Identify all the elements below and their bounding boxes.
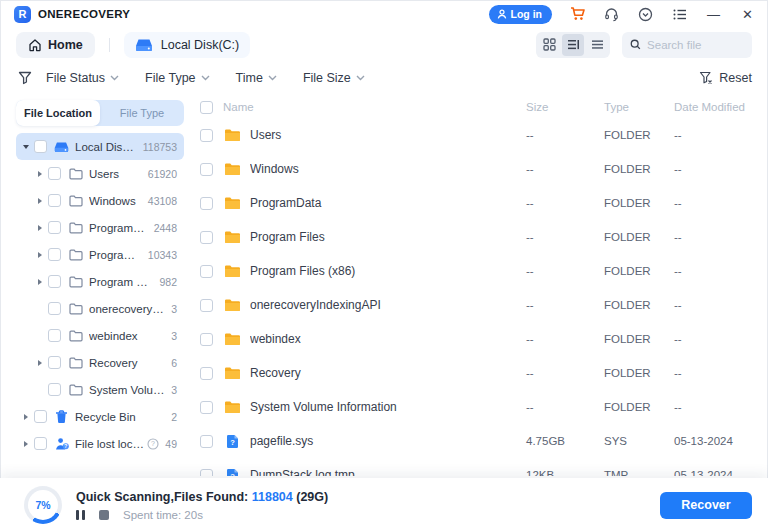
expand-arrow-icon[interactable] — [24, 441, 28, 447]
chevron-down-icon — [201, 75, 210, 81]
tree-item[interactable]: onerecoveryInd... 3 — [16, 295, 184, 322]
table-row[interactable]: Recovery -- FOLDER -- — [200, 356, 752, 390]
row-checkbox[interactable] — [200, 163, 213, 176]
tree-item[interactable]: Local Disk(C:) 118753 — [16, 133, 184, 160]
row-checkbox[interactable] — [200, 401, 213, 414]
tree-item-checkbox[interactable] — [48, 302, 61, 315]
file-type-icon — [223, 195, 241, 211]
expand-arrow-icon[interactable] — [23, 145, 29, 149]
grid-view-button[interactable] — [538, 34, 560, 56]
help-icon[interactable]: ? — [147, 438, 159, 450]
file-location-tree: Local Disk(C:) 118753 Users 61920 Window… — [16, 133, 184, 457]
file-type: SYS — [604, 435, 674, 447]
sidebar-tab-file-location[interactable]: File Location — [16, 100, 100, 126]
search-input[interactable] — [647, 39, 744, 51]
table-row[interactable]: webindex -- FOLDER -- — [200, 322, 752, 356]
column-size[interactable]: Size — [526, 101, 604, 113]
home-button[interactable]: Home — [16, 32, 95, 58]
tree-item[interactable]: Recycle Bin 2 — [16, 403, 184, 430]
file-size: -- — [526, 197, 604, 209]
row-checkbox[interactable] — [200, 197, 213, 210]
filter-dropdown-file-status[interactable]: File Status — [46, 71, 119, 85]
badge-check-icon[interactable] — [637, 6, 654, 23]
row-checkbox[interactable] — [200, 367, 213, 380]
recover-button[interactable]: Recover — [660, 492, 752, 519]
tree-item-label: File lost location — [75, 438, 144, 450]
filter-dropdown-time[interactable]: Time — [236, 71, 277, 85]
cart-icon[interactable] — [569, 6, 586, 23]
table-row[interactable]: Windows -- FOLDER -- — [200, 152, 752, 186]
expand-arrow-icon[interactable] — [38, 252, 42, 258]
tree-item[interactable]: Program Files 10343 — [16, 241, 184, 268]
support-headset-icon[interactable] — [603, 6, 620, 23]
table-row[interactable]: System Volume Information -- FOLDER -- — [200, 390, 752, 424]
tree-item-checkbox[interactable] — [48, 248, 61, 261]
login-button[interactable]: Log in — [489, 5, 553, 24]
file-type: FOLDER — [604, 299, 674, 311]
minimize-icon[interactable]: — — [705, 6, 722, 23]
filter-dropdown-file-size[interactable]: File Size — [303, 71, 365, 85]
column-name[interactable]: Name — [223, 101, 526, 113]
table-row[interactable]: Program Files (x86) -- FOLDER -- — [200, 254, 752, 288]
file-name: Program Files — [250, 230, 526, 244]
tree-item-checkbox[interactable] — [48, 167, 61, 180]
expand-arrow-icon[interactable] — [38, 279, 42, 285]
tree-item-label: Windows — [89, 195, 142, 207]
sidebar-tabs: File LocationFile Type — [16, 100, 184, 126]
tree-item-checkbox[interactable] — [48, 329, 61, 342]
tree-item-count: 61920 — [148, 168, 177, 180]
tree-item[interactable]: System Volume... 3 — [16, 376, 184, 403]
filter-dropdown-file-type[interactable]: File Type — [145, 71, 210, 85]
detail-list-view-button[interactable] — [562, 34, 584, 56]
drive-tab[interactable]: Local Disk(C:) — [124, 32, 251, 58]
tree-item-checkbox[interactable] — [34, 437, 47, 450]
table-row[interactable]: onerecoveryIndexingAPI -- FOLDER -- — [200, 288, 752, 322]
tree-item[interactable]: Program Files (... 982 — [16, 268, 184, 295]
column-date-modified[interactable]: Date Modified — [674, 101, 752, 113]
stop-scan-button[interactable] — [99, 510, 109, 520]
table-row[interactable]: ? pagefile.sys 4.75GB SYS 05-13-2024 — [200, 424, 752, 458]
tree-item[interactable]: Windows 43108 — [16, 187, 184, 214]
tree-item-checkbox[interactable] — [34, 140, 47, 153]
tree-item-checkbox[interactable] — [34, 410, 47, 423]
tree-item[interactable]: ? File lost location ? 49 — [16, 430, 184, 457]
expand-arrow-icon[interactable] — [38, 198, 42, 204]
row-checkbox[interactable] — [200, 265, 213, 278]
expand-arrow-icon[interactable] — [38, 171, 42, 177]
svg-text:?: ? — [230, 472, 235, 477]
tree-item[interactable]: Recovery 6 — [16, 349, 184, 376]
reset-filters-button[interactable]: Reset — [699, 71, 752, 85]
list-view-button[interactable] — [586, 34, 608, 56]
pause-scan-button[interactable] — [76, 510, 85, 520]
tree-item[interactable]: webindex 3 — [16, 322, 184, 349]
tree-item-checkbox[interactable] — [48, 221, 61, 234]
expand-arrow-icon[interactable] — [38, 225, 42, 231]
tree-item-icon — [53, 409, 70, 424]
chevron-down-icon — [268, 75, 277, 81]
sidebar-tab-file-type[interactable]: File Type — [100, 100, 184, 126]
row-checkbox[interactable] — [200, 333, 213, 346]
expand-arrow-icon[interactable] — [24, 414, 28, 420]
tree-item-checkbox[interactable] — [48, 275, 61, 288]
row-checkbox[interactable] — [200, 231, 213, 244]
column-type[interactable]: Type — [604, 101, 674, 113]
row-checkbox[interactable] — [200, 129, 213, 142]
menu-list-icon[interactable] — [671, 6, 688, 23]
tree-item-checkbox[interactable] — [48, 383, 61, 396]
tree-item-checkbox[interactable] — [48, 356, 61, 369]
row-checkbox[interactable] — [200, 435, 213, 448]
file-name: Program Files (x86) — [250, 264, 526, 278]
table-row[interactable]: ProgramData -- FOLDER -- — [200, 186, 752, 220]
close-icon[interactable]: ✕ — [739, 6, 756, 23]
row-checkbox[interactable] — [200, 299, 213, 312]
tree-item-checkbox[interactable] — [48, 194, 61, 207]
tree-item[interactable]: ProgramData 2448 — [16, 214, 184, 241]
table-row[interactable]: ? DumpStack.log.tmp 12KB TMP 05-13-2024 — [200, 458, 752, 476]
expand-arrow-icon[interactable] — [38, 360, 42, 366]
row-checkbox[interactable] — [200, 469, 213, 477]
tree-item[interactable]: Users 61920 — [16, 160, 184, 187]
table-row[interactable]: Program Files -- FOLDER -- — [200, 220, 752, 254]
select-all-checkbox[interactable] — [200, 101, 213, 114]
table-row[interactable]: Users -- FOLDER -- — [200, 118, 752, 152]
toolbar-separator — [109, 38, 110, 52]
